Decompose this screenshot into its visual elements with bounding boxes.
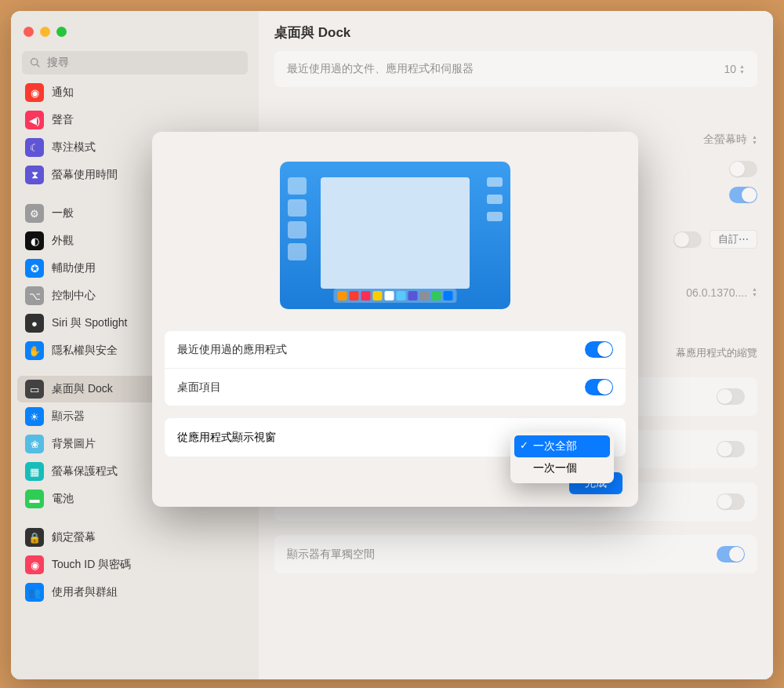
desktop-illustration [280, 162, 510, 309]
dropdown-option[interactable]: 一次一個 [514, 457, 610, 479]
toggle-recent-apps[interactable] [585, 341, 613, 358]
dropdown-option[interactable]: 一次全部 [514, 435, 610, 457]
show-windows-dropdown: 一次全部一次一個 [510, 431, 614, 483]
modal-row-recent-apps: 最近使用過的應用程式 [165, 331, 626, 368]
modal-row-desktop-items: 桌面項目 [165, 368, 626, 406]
toggle-desktop-items[interactable] [585, 379, 613, 395]
